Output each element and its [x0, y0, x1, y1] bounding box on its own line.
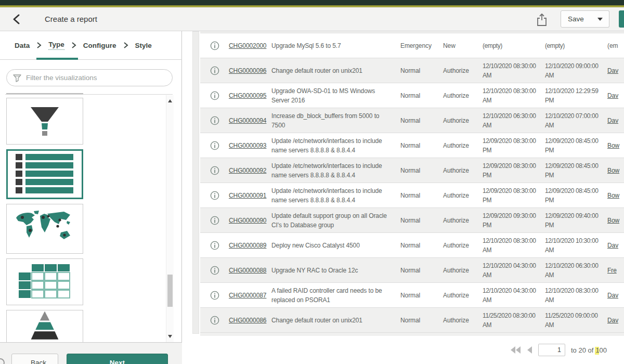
table-scrollbar-track[interactable] [192, 31, 199, 334]
priority-value: Emergency [400, 42, 443, 49]
row-info-icon[interactable] [200, 166, 229, 175]
table-body: CHG0002000 Upgrade MySql 5.6 to 5.7 Emer… [200, 33, 624, 333]
visualization-filter[interactable] [6, 69, 173, 86]
viz-thumb-world-map[interactable] [6, 204, 83, 254]
change-number-link[interactable]: CHG0000091 [229, 192, 271, 199]
priority-value: Normal [400, 267, 443, 274]
scrollbar-thumb[interactable] [167, 275, 173, 307]
scroll-up-icon[interactable] [168, 99, 172, 102]
save-button[interactable]: Save [561, 10, 591, 28]
first-page-icon[interactable] [511, 346, 521, 354]
pyramid-chart-icon [16, 310, 73, 343]
table-row: CHG0000089 Deploy new Cisco Catalyst 450… [200, 233, 624, 258]
row-info-icon[interactable] [200, 191, 229, 200]
viz-list-divider [5, 94, 173, 95]
change-number-link[interactable]: CHG0002000 [229, 42, 271, 49]
assigned-to-link[interactable]: Dav [607, 317, 624, 324]
next-button[interactable]: Next [67, 354, 168, 364]
change-number-link[interactable]: CHG0000089 [229, 242, 271, 249]
viz-thumb-funnel[interactable] [6, 98, 83, 145]
assigned-to-link[interactable]: Dav [607, 92, 624, 99]
change-number-link[interactable]: CHG0000090 [229, 217, 271, 224]
short-description: Increase db_block_buffers from 5000 to 7… [271, 111, 400, 130]
change-number-link[interactable]: CHG0000094 [229, 117, 271, 124]
assigned-to-link[interactable]: Dav [607, 117, 624, 124]
back-button[interactable]: Back [11, 354, 58, 364]
assigned-to-link[interactable]: Bow [607, 217, 624, 224]
short-description: Upgrade MySql 5.6 to 5.7 [271, 41, 400, 50]
viz-list-scrollbar[interactable] [166, 95, 174, 342]
short-description: Change default router on unix201 [271, 316, 400, 325]
assigned-to-link[interactable]: Dav [607, 292, 624, 299]
row-info-icon[interactable] [200, 141, 229, 150]
scroll-down-icon[interactable] [168, 335, 172, 338]
change-number-link[interactable]: CHG0000087 [229, 292, 271, 299]
change-number-link[interactable]: CHG0000088 [229, 267, 271, 274]
state-value: Authorize [443, 167, 483, 174]
app-header: Create a report Save [0, 7, 624, 31]
row-info-icon[interactable] [200, 316, 229, 325]
assigned-to-link[interactable]: Bow [607, 167, 624, 174]
share-icon[interactable] [536, 13, 548, 27]
priority-value: Normal [400, 192, 443, 199]
start-date: 12/10/2020 08:30:00AM [483, 61, 545, 80]
start-date: 12/10/2020 04:30:00AM [483, 286, 545, 305]
row-info-icon[interactable] [200, 41, 229, 50]
row-info-icon[interactable] [200, 116, 229, 125]
funnel-chart-icon [27, 105, 63, 137]
change-number-link[interactable]: CHG0000093 [229, 142, 271, 149]
active-step-indicator [36, 58, 78, 60]
state-value: Authorize [443, 92, 483, 99]
wizard-step-data[interactable]: Data [15, 42, 30, 49]
viz-thumb-heatmap-table[interactable] [6, 258, 83, 305]
filter-input[interactable] [26, 74, 172, 82]
next-button-label: Next [110, 359, 125, 364]
row-info-icon[interactable] [200, 241, 229, 250]
row-info-icon[interactable] [200, 266, 229, 275]
assigned-to-link[interactable]: Bow [607, 192, 624, 199]
end-date: 12/10/2020 08:30:00AM [545, 286, 607, 305]
short-description: Upgrade NY RAC to Oracle 12c [271, 266, 400, 275]
clipped-primary-button[interactable] [619, 10, 624, 28]
help-icon[interactable] [0, 358, 5, 364]
state-value: Authorize [443, 142, 483, 149]
row-info-icon[interactable] [200, 91, 229, 100]
change-number-link[interactable]: CHG0000086 [229, 317, 271, 324]
wizard-step-style[interactable]: Style [135, 42, 152, 49]
change-number-link[interactable]: CHG0000092 [229, 167, 271, 174]
assigned-to-link[interactable]: Dav [607, 242, 624, 249]
table-row: CHG0000087 A failed RAID controller card… [200, 283, 624, 308]
chevron-right-icon [36, 42, 42, 48]
clipped-row-bottom [200, 333, 624, 336]
viz-thumb-pyramid[interactable] [6, 310, 83, 342]
row-info-icon[interactable] [200, 216, 229, 225]
pagination: to 20 of 100 [511, 343, 607, 357]
table-row: CHG0000094 Increase db_block_buffers fro… [200, 108, 624, 133]
start-date: 12/10/2020 08:30:00AM [483, 236, 545, 255]
state-value: Authorize [443, 192, 483, 199]
assigned-to-link[interactable]: Fre [607, 267, 624, 274]
short-description: A failed RAID controller card needs to b… [271, 286, 400, 305]
start-date: 12/09/2020 08:30:00PM [483, 161, 545, 180]
priority-value: Normal [400, 67, 443, 74]
change-number-link[interactable]: CHG0000095 [229, 92, 271, 99]
back-arrow-icon[interactable] [11, 14, 23, 25]
viz-thumb-list[interactable] [6, 149, 83, 199]
assigned-to-link[interactable]: Bow [607, 142, 624, 149]
assigned-to-link[interactable]: (em [607, 42, 624, 49]
previous-page-icon[interactable] [527, 346, 532, 354]
page-number-input[interactable] [538, 344, 565, 356]
save-dropdown-button[interactable] [591, 10, 609, 28]
wizard-step-configure[interactable]: Configure [83, 42, 116, 49]
state-value: Authorize [443, 217, 483, 224]
report-preview-table: CHG0002000 Upgrade MySql 5.6 to 5.7 Emer… [200, 31, 624, 336]
world-map-icon [13, 210, 76, 248]
chevron-right-icon [123, 42, 128, 48]
table-row: CHG0000093 Update /etc/network/interface… [200, 133, 624, 158]
end-date: (empty) [545, 41, 607, 50]
wizard-step-type[interactable]: Type [48, 41, 64, 50]
assigned-to-link[interactable]: Dav [607, 67, 624, 74]
row-info-icon[interactable] [200, 66, 229, 75]
row-info-icon[interactable] [200, 291, 229, 300]
change-number-link[interactable]: CHG0000096 [229, 67, 271, 74]
